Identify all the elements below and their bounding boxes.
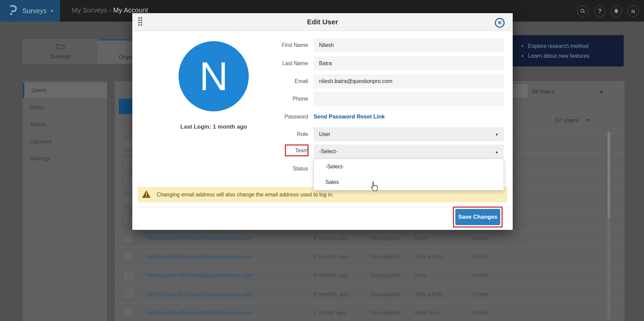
chevron-down-icon	[495, 132, 498, 137]
users-count-value: 17 Users	[555, 117, 578, 124]
role-cell: New User	[415, 310, 440, 316]
phone-field[interactable]	[314, 92, 504, 106]
last-login-cell: 8 months ago	[314, 291, 348, 297]
modal-title: Edit User	[132, 18, 513, 26]
users-count-select[interactable]: 17 Users	[555, 117, 578, 124]
drag-handle-icon[interactable]	[138, 17, 144, 27]
team-option-sales[interactable]: Sales	[314, 175, 504, 190]
tab-label: Surveys	[50, 53, 71, 60]
team-cell: Unassigned	[370, 254, 401, 260]
folder-icon	[56, 43, 65, 51]
row-checkbox[interactable]	[125, 178, 132, 185]
team-select[interactable]: -Select-	[314, 144, 504, 159]
team-value: -Select-	[319, 149, 338, 155]
password-reset-link[interactable]: Send Password Reset Link	[314, 113, 385, 120]
last-login-cell: 1 month ago	[314, 310, 346, 316]
team-option-select[interactable]: -Select-	[314, 159, 504, 175]
team-dropdown-menu: -Select- Sales	[314, 159, 504, 190]
password-label: Password	[254, 114, 308, 120]
avatar-initial: N	[632, 8, 635, 14]
sidebar-item-libraries[interactable]: Libraries	[23, 134, 107, 149]
row-checkbox[interactable]	[125, 253, 132, 260]
avatar-initial: N	[199, 53, 228, 99]
user-filter-select[interactable]: All Users	[532, 88, 555, 95]
edit-user-modal: Edit User ✕ N Last Login: 1 month ago Fi…	[132, 13, 513, 230]
user-email-link[interactable]: nilesh.batra+91+cctest@questionpro.com	[146, 291, 252, 297]
sidebar-item-roles[interactable]: Roles	[23, 100, 107, 115]
status-cell: Active	[473, 291, 488, 297]
save-changes-button[interactable]: Save Changes	[455, 209, 500, 225]
help-button[interactable]: ?	[594, 5, 606, 17]
first-name-label: First Name	[254, 42, 308, 48]
role-cell: Test admin	[415, 254, 442, 260]
warning-text: Changing email address will also change …	[157, 192, 334, 198]
sidebar-item-teams[interactable]: Teams	[23, 117, 107, 132]
row-divider	[115, 265, 624, 266]
row-checkbox[interactable]	[125, 309, 132, 316]
warning-icon	[142, 190, 151, 199]
user-email-link[interactable]: nilesh.batra+94+cctest@questionpro.com	[146, 235, 252, 241]
user-avatar[interactable]: N	[627, 5, 639, 17]
row-divider	[115, 303, 624, 303]
chevron-up-icon	[495, 149, 498, 154]
team-cell: Unassigned	[370, 235, 401, 241]
chevron-down-icon[interactable]	[586, 117, 589, 123]
last-login-text: Last Login: 1 month ago	[163, 124, 264, 130]
breadcrumb-parent[interactable]: My Surveys	[72, 6, 107, 14]
role-cell: Test admin	[415, 291, 442, 297]
row-checkbox[interactable]	[125, 216, 132, 223]
sidebar-item-label: Users	[31, 87, 46, 94]
filter-value: All Users	[532, 88, 555, 95]
last-name-field[interactable]	[314, 56, 504, 71]
row-divider	[115, 231, 624, 231]
team-cell: Unassigned	[370, 272, 401, 278]
first-name-field[interactable]	[314, 38, 504, 52]
question-mark-icon: ?	[598, 8, 602, 15]
sidebar-item-label: Settings	[30, 155, 50, 162]
role-label: Role	[254, 131, 308, 137]
last-login-cell: 4 months ago	[314, 235, 348, 241]
email-label: Email	[254, 78, 308, 84]
role-select[interactable]: User	[314, 127, 504, 141]
last-name-label: Last Name	[254, 60, 308, 66]
notifications-button[interactable]	[611, 5, 622, 17]
phone-label: Phone	[254, 96, 308, 102]
chevron-down-icon[interactable]	[600, 88, 603, 96]
row-checkbox[interactable]	[125, 140, 132, 147]
tab-surveys[interactable]: Surveys	[23, 39, 98, 64]
breadcrumb-current: My Account	[113, 6, 148, 14]
table-scrollbar-thumb[interactable]	[608, 132, 610, 218]
search-icon	[580, 8, 586, 14]
user-email-link[interactable]: nilesh.batra+92+cctest@questionpro.com	[146, 272, 252, 278]
search-button[interactable]	[577, 5, 589, 17]
sidebar-item-users[interactable]: Users	[23, 83, 107, 98]
user-avatar-large: N	[179, 41, 249, 111]
product-menu[interactable]: Surveys ▾	[0, 0, 60, 22]
user-email-link[interactable]: nilesh.batra+90+cctest@questionpro.com	[146, 310, 252, 316]
screen: Surveys ▾ My Surveys › My Account ? N	[0, 0, 644, 321]
close-icon[interactable]: ✕	[495, 18, 505, 28]
last-login-cell: 8 months ago	[314, 272, 348, 278]
row-divider	[115, 247, 624, 247]
sidebar-item-settings[interactable]: Settings	[23, 151, 107, 166]
row-checkbox[interactable]	[125, 272, 132, 279]
product-label: Surveys	[22, 7, 47, 15]
email-field[interactable]	[314, 74, 504, 88]
row-checkbox[interactable]	[125, 159, 132, 166]
role-value: User	[319, 131, 330, 137]
row-divider	[115, 284, 624, 284]
team-cell: Unassigned	[370, 291, 401, 297]
row-checkbox[interactable]	[125, 290, 132, 297]
status-cell: Active	[473, 310, 488, 316]
row-checkbox[interactable]	[125, 235, 132, 242]
status-cell: Active	[473, 235, 488, 241]
team-label: Team	[254, 148, 308, 154]
role-cell: User	[415, 272, 427, 278]
row-checkbox[interactable]	[125, 197, 132, 204]
questionpro-logo-icon	[7, 4, 18, 18]
chevron-down-icon: ▾	[51, 8, 53, 14]
user-email-link[interactable]: nilesh.batra+93+cctest@questionpro.com	[146, 254, 252, 260]
team-cell: Unassigned	[370, 310, 401, 316]
info-link-features[interactable]: Learn about new features	[521, 53, 624, 59]
info-link-research[interactable]: Explore research method	[521, 43, 624, 49]
